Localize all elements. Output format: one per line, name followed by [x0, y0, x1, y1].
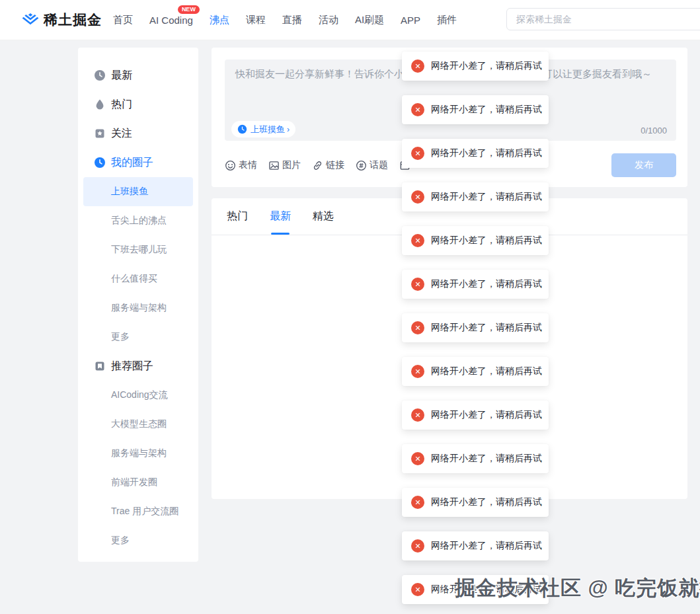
toolbar-label: 链接: [326, 159, 344, 171]
sidebar-item-more-recommended[interactable]: 更多: [83, 526, 193, 555]
sidebar-item-label: 舌尖上的沸点: [111, 215, 167, 227]
sidebar-item-label: 最新: [111, 69, 132, 83]
toast-stack: ✕ 网络开小差了，请稍后再试 ✕ 网络开小差了，请稍后再试 ✕ 网络开小差了，请…: [402, 52, 549, 614]
sidebar-item-recommended-circles[interactable]: 推荐圈子: [83, 352, 193, 381]
new-badge: NEW: [178, 5, 200, 14]
sidebar-item-aicoding-circle[interactable]: AICoding交流: [83, 381, 193, 410]
clock-icon: [94, 69, 106, 81]
error-x-icon: ✕: [411, 147, 424, 160]
sidebar-item-label: 推荐圈子: [111, 360, 153, 373]
search-input[interactable]: [506, 8, 700, 30]
error-x-icon: ✕: [411, 539, 424, 553]
nav-item-ai-quiz[interactable]: AI刷题: [355, 14, 384, 26]
sidebar-item-after-work[interactable]: 下班去哪儿玩: [83, 235, 193, 264]
error-toast: ✕ 网络开小差了，请稍后再试: [402, 357, 549, 386]
sidebar-item-slack-off-circle[interactable]: 上班摸鱼: [83, 177, 193, 206]
error-toast: ✕ 网络开小差了，请稍后再试: [402, 531, 549, 560]
nav-item-events[interactable]: 活动: [319, 14, 338, 26]
toast-message: 网络开小差了，请稍后再试: [431, 191, 542, 203]
sidebar-item-trae-circle[interactable]: Trae 用户交流圈: [83, 497, 193, 526]
toolbar-label: 表情: [239, 159, 257, 171]
link-button[interactable]: 链接: [312, 159, 344, 171]
circle-tag-icon: [237, 124, 247, 134]
sidebar-item-label: 更多: [111, 331, 130, 343]
sidebar-item-more-my[interactable]: 更多: [83, 323, 193, 352]
error-x-icon: ✕: [411, 496, 424, 509]
sidebar-item-label: 我的圈子: [111, 156, 153, 170]
nav-item-ai-coding[interactable]: AI Coding NEW: [149, 15, 193, 26]
toast-message: 网络开小差了，请稍后再试: [431, 278, 542, 290]
topic-icon: [356, 160, 367, 171]
bookmark-icon: [94, 360, 106, 372]
juejin-logo-icon: [22, 13, 39, 27]
error-toast: ✕ 网络开小差了，请稍后再试: [402, 139, 549, 168]
sidebar-item-label: 关注: [111, 127, 132, 141]
sidebar-item-label: 更多: [111, 535, 130, 547]
toast-message: 网络开小差了，请稍后再试: [431, 540, 542, 552]
tab-latest[interactable]: 最新: [270, 198, 291, 235]
sidebar-item-label: AICoding交流: [111, 389, 168, 401]
sidebar-item-label: 前端开发圈: [111, 477, 157, 488]
sidebar-item-frontend-circle[interactable]: 前端开发圈: [83, 468, 193, 497]
sidebar-item-label: 大模型生态圈: [111, 418, 167, 430]
follow-star-icon: [94, 128, 106, 139]
error-toast: ✕ 网络开小差了，请稍后再试: [402, 401, 549, 430]
sidebar-item-follow[interactable]: 关注: [83, 119, 193, 148]
sidebar-item-llm-circle[interactable]: 大模型生态圈: [83, 410, 193, 439]
nav-item-courses[interactable]: 课程: [246, 14, 266, 26]
emoji-icon: [225, 160, 236, 171]
nav-item-plugins[interactable]: 插件: [437, 14, 457, 26]
error-x-icon: ✕: [411, 234, 424, 247]
error-x-icon: ✕: [411, 583, 424, 596]
nav-item-pins[interactable]: 沸点: [210, 14, 229, 26]
topic-button[interactable]: 话题: [356, 159, 388, 171]
emoji-button[interactable]: 表情: [225, 159, 257, 171]
toast-message: 网络开小差了，请稍后再试: [431, 235, 542, 247]
toolbar-label: 图片: [282, 159, 301, 171]
circle-tag-pill[interactable]: 上班摸鱼 ›: [231, 121, 295, 137]
image-button[interactable]: 图片: [268, 159, 301, 171]
sidebar-item-backend-arch[interactable]: 服务端与架构: [83, 293, 193, 323]
toast-message: 网络开小差了，请稍后再试: [431, 409, 542, 421]
nav-item-home[interactable]: 首页: [113, 14, 133, 26]
toast-message: 网络开小差了，请稍后再试: [431, 453, 542, 465]
sidebar-item-label: 服务端与架构: [111, 447, 167, 459]
juejin-logo[interactable]: 稀土掘金: [22, 11, 102, 29]
top-navbar: 稀土掘金 首页 AI Coding NEW 沸点 课程 直播 活动 AI刷题 A…: [0, 0, 700, 40]
error-x-icon: ✕: [411, 59, 424, 73]
sidebar-item-label: 服务端与架构: [111, 302, 167, 314]
error-toast: ✕ 网络开小差了，请稍后再试: [402, 488, 549, 517]
error-x-icon: ✕: [411, 365, 424, 378]
sidebar-item-label: Trae 用户交流圈: [111, 506, 178, 518]
error-toast: ✕ 网络开小差了，请稍后再试: [402, 313, 549, 342]
nav-item-live[interactable]: 直播: [282, 14, 302, 26]
error-x-icon: ✕: [411, 278, 424, 291]
sidebar-item-worth-buying[interactable]: 什么值得买: [83, 264, 193, 293]
error-toast: ✕ 网络开小差了，请稍后再试: [402, 226, 549, 255]
tab-hot[interactable]: 热门: [227, 198, 248, 235]
my-circle-icon: [94, 157, 106, 169]
sidebar-item-label: 下班去哪儿玩: [111, 244, 167, 256]
image-icon: [268, 160, 280, 171]
juejin-pins-page: 稀土掘金 首页 AI Coding NEW 沸点 课程 直播 活动 AI刷题 A…: [0, 0, 700, 614]
link-icon: [312, 160, 323, 171]
sidebar-item-latest[interactable]: 最新: [83, 61, 193, 90]
nav-item-app[interactable]: APP: [401, 15, 420, 26]
error-toast: ✕ 网络开小差了，请稍后再试: [402, 95, 549, 124]
sidebar-item-my-circles[interactable]: 我的圈子: [83, 148, 193, 177]
sidebar-item-label: 上班摸鱼: [111, 186, 148, 198]
tab-featured[interactable]: 精选: [313, 198, 334, 235]
char-counter: 0/1000: [641, 126, 667, 135]
watermark-text: 掘金技术社区 @ 吃完饭就摸鱼: [455, 574, 700, 602]
publish-button[interactable]: 发布: [611, 153, 676, 177]
error-x-icon: ✕: [411, 321, 424, 334]
circle-tag-label: 上班摸鱼: [251, 124, 285, 135]
chevron-right-icon: ›: [287, 125, 290, 134]
error-toast: ✕ 网络开小差了，请稍后再试: [402, 270, 549, 299]
main-nav: 首页 AI Coding NEW 沸点 课程 直播 活动 AI刷题 APP 插件: [113, 14, 457, 26]
sidebar-item-backend-arch-2[interactable]: 服务端与架构: [83, 439, 193, 468]
nav-item-label: AI Coding: [149, 15, 193, 26]
sidebar-item-food-pins[interactable]: 舌尖上的沸点: [83, 206, 193, 235]
sidebar-item-hot[interactable]: 热门: [83, 90, 193, 119]
sidebar-item-label: 热门: [111, 98, 132, 112]
